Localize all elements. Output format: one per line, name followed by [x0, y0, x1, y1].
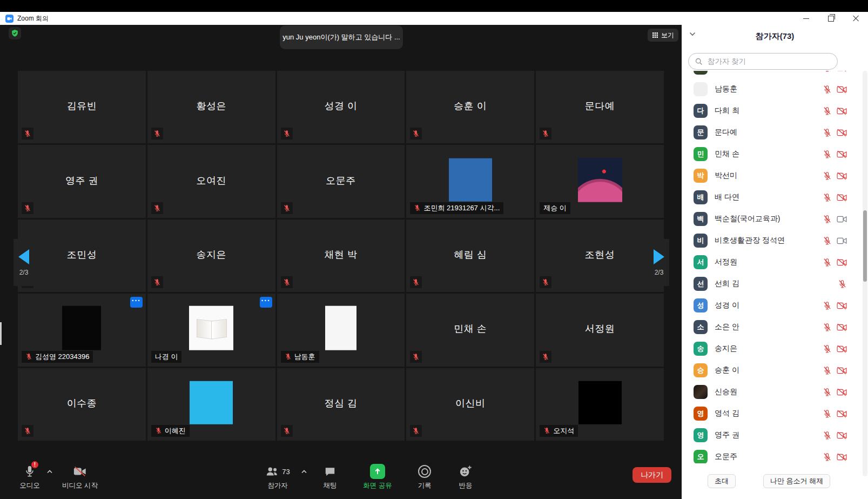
participant-name: 민채 손 [715, 149, 739, 159]
video-tile[interactable]: 정심 김 [277, 368, 405, 441]
video-tile[interactable]: 문다예 [536, 71, 664, 143]
leave-meeting-button[interactable]: 나가기 [633, 467, 671, 483]
participant-row[interactable]: 영 영석 김 [682, 403, 862, 424]
participant-row[interactable]: 소 소은 안 [682, 316, 862, 338]
participant-status-icons [823, 344, 862, 354]
collapse-panel-chevron[interactable] [688, 31, 697, 37]
participant-name: 선희 김 [715, 279, 739, 289]
audio-alert-badge: ! [31, 461, 38, 468]
invite-button[interactable]: 초대 [708, 474, 736, 488]
participant-status-icons [823, 431, 862, 440]
participant-row[interactable]: 성 성경 이 [682, 295, 862, 316]
participants-button[interactable]: 73 참가자 [254, 464, 301, 490]
participant-status-icons [823, 171, 862, 181]
close-button[interactable] [843, 12, 868, 25]
participant-row[interactable]: 비 비호생활관장 정석연 [682, 230, 862, 251]
next-page-button[interactable]: 2/3 [649, 239, 669, 286]
participant-row[interactable] [682, 71, 862, 78]
avatar-initial: 성 [697, 301, 704, 310]
tile-name-label: 조민희 21931267 시각... [410, 202, 503, 214]
mic-muted-icon [540, 276, 551, 288]
participant-name: 비호생활관장 정석연 [715, 236, 785, 245]
video-tile[interactable]: 송지은 [147, 219, 275, 292]
security-shield-button[interactable] [9, 27, 21, 39]
participant-status-icons [823, 323, 862, 332]
participant-row[interactable]: 오 오문주 [682, 446, 862, 463]
participant-name: 문다예 [536, 99, 664, 112]
minimize-button[interactable] [793, 12, 818, 25]
audio-button[interactable]: ! 오디오 [10, 464, 49, 490]
mic-muted-icon [823, 107, 832, 116]
participant-row[interactable]: 다 다희 최 [682, 100, 862, 122]
video-tile[interactable]: 채현 박 [277, 219, 405, 292]
participant-name: 정심 김 [277, 397, 405, 410]
video-tile[interactable]: 김성영 22034396 [18, 294, 146, 366]
participant-row[interactable]: 서 서정원 [682, 251, 862, 273]
video-tile[interactable]: 이신비 [406, 368, 534, 441]
video-tile[interactable]: 조현성 [536, 219, 664, 292]
video-tile[interactable]: 오문주 [277, 145, 405, 217]
video-tile[interactable]: 민채 손 [406, 294, 534, 366]
video-tile[interactable]: 제승 이 [536, 145, 664, 217]
participant-row[interactable]: 박 박선미 [682, 165, 862, 187]
more-options-button[interactable] [130, 297, 143, 308]
video-tile[interactable]: 남동훈 [277, 294, 405, 366]
previous-page-button[interactable]: 2/3 [14, 239, 34, 286]
start-video-button[interactable]: 비디오 시작 [57, 464, 103, 490]
mic-muted-icon [410, 425, 422, 437]
reactions-button[interactable]: 반응 [446, 464, 485, 490]
tile-name-label: 나경 이 [151, 351, 182, 363]
video-tile[interactable]: 서정원 [536, 294, 664, 366]
view-button[interactable]: 보기 [648, 29, 678, 42]
participant-name: 김유빈 [18, 99, 146, 112]
search-icon [695, 58, 703, 65]
participant-row[interactable]: 영 영주 권 [682, 424, 862, 446]
left-edge-handle[interactable] [0, 322, 2, 345]
more-options-button[interactable] [260, 297, 272, 308]
video-tile[interactable]: 김유빈 [18, 71, 146, 143]
video-tile[interactable]: 성경 이 [277, 71, 405, 143]
tile-name-label: 이혜진 [151, 425, 190, 437]
share-screen-button[interactable]: 화면 공유 [355, 464, 400, 490]
participant-name: 남동훈 [715, 84, 737, 94]
video-tile[interactable]: 승훈 이 [406, 71, 534, 143]
video-tile[interactable]: 오여진 [147, 145, 275, 217]
restore-button[interactable] [818, 12, 843, 25]
mic-muted-icon [823, 453, 832, 462]
video-tile[interactable]: 이혜진 [147, 368, 275, 441]
participant-row[interactable]: 민 민채 손 [682, 143, 862, 165]
minimize-icon [803, 18, 809, 19]
participants-panel-title: 참가자(73) [756, 31, 795, 42]
participants-options-chevron[interactable] [300, 469, 308, 475]
record-button[interactable]: 기록 [405, 464, 444, 490]
video-muted-icon [837, 85, 847, 94]
participant-row[interactable]: 선 선희 김 [682, 273, 862, 295]
participant-row[interactable]: 배 배 다연 [682, 187, 862, 208]
participant-row[interactable]: 남동훈 [682, 78, 862, 100]
participant-row[interactable]: 백 백순철(국어교육과) [682, 208, 862, 230]
participant-row[interactable]: 승 승훈 이 [682, 360, 862, 381]
participant-name: 신승원 [715, 387, 737, 397]
video-tile[interactable]: 조민희 21931267 시각... [406, 145, 534, 217]
participant-status-icons [823, 258, 862, 267]
video-tile[interactable]: 혜림 심 [406, 219, 534, 292]
avatar-initial: 다 [697, 106, 704, 116]
video-tile[interactable]: 영주 권 [18, 145, 146, 217]
unmute-self-button[interactable]: 나만 음소거 해제 [763, 474, 830, 488]
participant-name: 오문주 [715, 452, 737, 462]
participant-row[interactable]: 문 문다예 [682, 122, 862, 143]
search-participants-input[interactable] [706, 57, 831, 66]
chat-button[interactable]: 채팅 [311, 464, 349, 490]
participant-avatar: 소 [694, 320, 708, 334]
close-icon [852, 15, 859, 22]
participant-row[interactable]: 송 송지은 [682, 338, 862, 360]
participant-row[interactable]: 신승원 [682, 381, 862, 403]
video-tile[interactable]: 조민성 [18, 219, 146, 292]
scrollbar-thumb[interactable] [863, 210, 867, 282]
video-tile[interactable]: 황성은 [147, 71, 275, 143]
video-tile[interactable]: 이수종 [18, 368, 146, 441]
audio-options-chevron[interactable] [46, 469, 53, 475]
participant-status-icons [823, 107, 862, 116]
video-tile[interactable]: 나경 이 [147, 294, 275, 366]
video-tile[interactable]: 오지석 [536, 368, 664, 441]
